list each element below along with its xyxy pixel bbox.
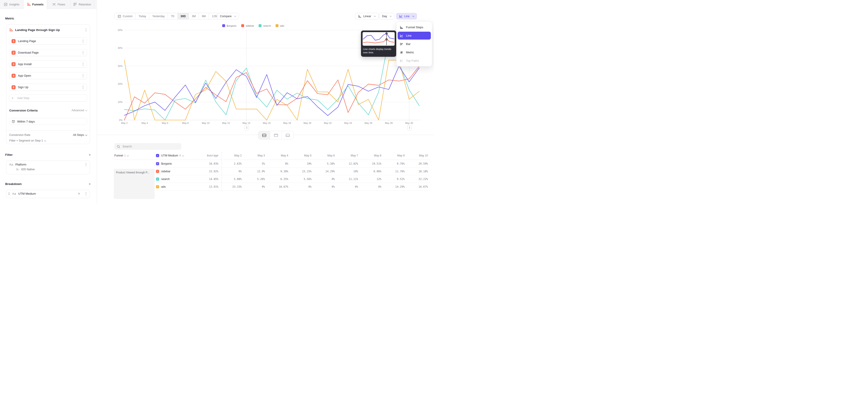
step-kebab-icon[interactable] [81,63,85,66]
segment-cell[interactable]: ✓ $organic [156,160,194,167]
add-step-button[interactable]: + Add Step [9,95,87,101]
tooltip-mini-chart [363,32,395,46]
step-kebab-icon[interactable] [81,39,85,43]
range-custom-button[interactable]: Custom [115,13,135,19]
chart-type-dropdown[interactable]: Line [396,13,417,20]
svg-text:May 24: May 24 [344,122,352,124]
compare-button[interactable]: Compare [217,13,239,20]
legend-item-sidebar[interactable]: sidebar [241,24,254,27]
insights-icon [4,2,7,6]
menu-item-funnel-steps[interactable]: Funnel Steps [398,23,431,31]
metric-title-row[interactable]: Landing Page through Sign Up [9,27,88,33]
date-column-header: May 6 [313,154,336,157]
breakdown-column-header[interactable]: ✓ UTM Medium 4 [156,154,194,157]
funnel-step-3[interactable]: 3 App Install [9,61,87,68]
conversion-criteria-heading: Conversion Criteria [9,109,37,112]
table-row-sidebar: ✓ sidebar 15.92%0%12.9%9.38%15.15%14.29%… [114,167,431,175]
layout-split-view-button[interactable] [258,131,270,139]
tab-flows[interactable]: Flows [47,0,70,9]
cell-value: 5% [243,160,266,167]
segment-cell[interactable]: ✓ ads [156,183,194,191]
step-number-badge: 3 [11,62,16,66]
legend-color-chip [222,24,225,27]
filter-card[interactable]: Aa Platform Is iOS Native [6,160,90,174]
segment-checkbox[interactable]: ✓ [156,170,159,173]
conversion-window-button[interactable]: Within 7 days [9,118,87,125]
step-number-badge: 5 [11,85,16,89]
menu-item-metric[interactable]: Metric [398,49,431,56]
legend-item-ads[interactable]: ads [276,24,284,27]
close-icon[interactable]: ✕ [78,192,80,195]
segment-cell[interactable]: ✓ sidebar [156,167,194,175]
funnel-step-4[interactable]: 4 App Open [9,72,87,79]
step-number-badge: 1 [11,39,16,43]
menu-item-bar[interactable]: Bar [398,40,431,48]
select-all-checkbox[interactable]: ✓ [156,154,159,157]
table-row-organic: ✓ $organic 16.03%2.63%5%8%10%5.36%12.82%… [114,160,431,167]
top-paths-icon [400,59,403,63]
tab-insights[interactable]: Insights [0,0,24,9]
filter-value[interactable]: iOS Native [21,168,35,171]
filter-segment-dropdown[interactable]: Filter + Segment on Step 1 [9,139,46,142]
range-6m-button[interactable]: 6M [199,13,209,19]
conversion-rate-dropdown[interactable]: All Steps [73,133,87,136]
table-row-search: ✓ search 14.85%5.88%5.26%6.25%5.56%0%11.… [114,175,431,183]
range-yesterday-button[interactable]: Yesterday [149,13,168,19]
annotation-badge[interactable]: 1 [407,125,412,130]
segment-checkbox[interactable]: ✓ [156,162,159,165]
legend-color-chip [258,24,261,27]
granularity-dropdown[interactable]: Day [379,13,395,20]
funnel-column-header[interactable]: Funnel 1 [114,154,156,157]
layout-bottom-panel-button[interactable] [282,131,293,139]
legend-item-search[interactable]: search [258,24,271,27]
cell-value: 0% [289,183,313,191]
funnel-name-cell[interactable]: Product Viewed through P... [114,169,155,199]
segment-cell[interactable]: ✓ search [156,175,194,183]
average-column-header: Average [194,154,220,157]
drag-handle-icon[interactable] [8,193,10,195]
tab-funnels[interactable]: Funnels [24,0,47,9]
breakdown-card[interactable]: Aa UTM Medium ✕ [6,190,90,198]
cell-value: 6.25% [266,175,289,183]
funnel-step-2[interactable]: 2 Download Page [9,49,87,56]
range-3m-button[interactable]: 3M [189,13,199,19]
layout-top-panel-button[interactable] [270,131,282,139]
funnel-step-5[interactable]: 5 Sign Up [9,84,87,91]
breakdown-table: Funnel 1 ✓ UTM Medium 4 Average May 2May… [114,152,431,191]
range-7d-button[interactable]: 7D [168,13,178,19]
step-kebab-icon[interactable] [81,86,85,89]
funnel-metric-icon [9,28,13,32]
date-column-header: May 10 [406,154,429,157]
menu-item-line[interactable]: Line [398,32,431,39]
date-column-header: May 3 [243,154,266,157]
cell-value: 12% [360,175,383,183]
filter-operator[interactable]: Is [16,168,19,171]
step-kebab-icon[interactable] [81,74,85,77]
tab-retention[interactable]: Retention [70,0,94,9]
cell-value: 19.51% [360,160,383,167]
filter-property-name: Platform [16,163,82,166]
range-today-button[interactable]: Today [135,13,149,19]
scale-dropdown[interactable]: Linear [355,13,379,20]
annotation-badge[interactable]: 1 [245,125,249,130]
add-breakdown-button[interactable]: + [89,182,91,186]
calendar-icon [118,14,121,18]
cell-value: 15.15% [289,167,313,175]
range-30d-button[interactable]: 30D [178,13,189,19]
segment-checkbox[interactable]: ✓ [156,185,159,188]
breakdown-kebab-icon[interactable] [84,192,88,195]
filter-kebab-icon[interactable] [84,163,88,166]
add-filter-button[interactable]: + [89,153,91,157]
step-kebab-icon[interactable] [81,51,85,54]
svg-text:May 6: May 6 [162,122,168,124]
funnel-step-1[interactable]: 1 Landing Page [9,37,87,44]
step-label: Download Page [18,51,79,54]
metric-kebab-icon[interactable] [84,28,88,31]
advanced-dropdown[interactable]: Advanced [71,109,87,112]
svg-text:May 18: May 18 [283,122,291,124]
search-input[interactable] [122,145,179,148]
legend-item-organic[interactable]: $organic [222,24,237,27]
chevron-down-icon [85,109,88,111]
chevron-down-icon [234,15,237,17]
segment-checkbox[interactable]: ✓ [156,178,159,181]
